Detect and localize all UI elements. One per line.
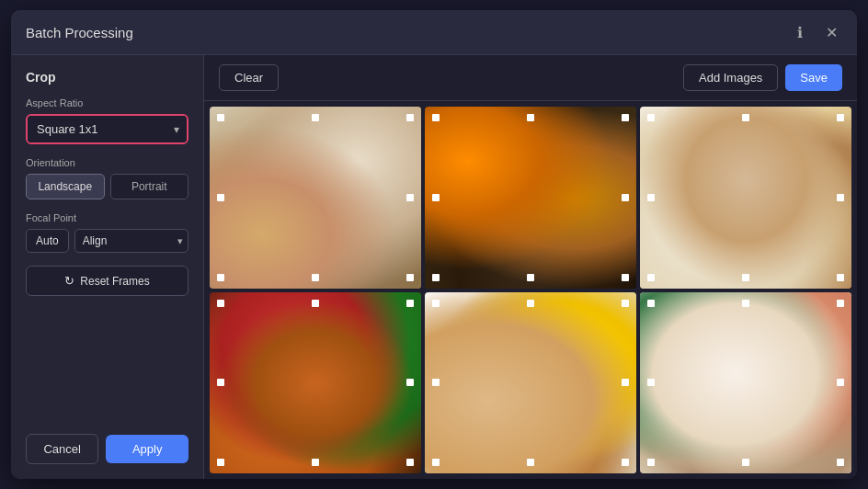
apply-button[interactable]: Apply <box>106 435 188 463</box>
title-bar-actions: ℹ ✕ <box>789 21 842 43</box>
action-row: Cancel Apply <box>26 434 188 464</box>
focal-auto-button[interactable]: Auto <box>26 229 69 253</box>
focal-point-group: Focal Point Auto Align Center Top Bottom… <box>26 212 188 253</box>
image-cell-2[interactable] <box>425 107 636 289</box>
image-cell-6[interactable] <box>640 292 851 474</box>
close-icon: ✕ <box>826 24 838 41</box>
reset-icon: ↻ <box>64 274 74 288</box>
image-cell-3[interactable] <box>640 107 851 289</box>
focal-point-row: Auto Align Center Top Bottom Left Right … <box>26 229 188 253</box>
save-button[interactable]: Save <box>785 64 842 91</box>
section-title: Crop <box>26 70 188 85</box>
spacer <box>26 309 188 421</box>
orientation-buttons: Landscape Portrait <box>26 174 188 199</box>
reset-frames-button[interactable]: ↻ Reset Frames <box>26 266 188 296</box>
food-image-3 <box>640 107 851 289</box>
focal-align-wrapper: Align Center Top Bottom Left Right ▾ <box>74 229 188 253</box>
food-image-1 <box>210 107 421 289</box>
clear-button[interactable]: Clear <box>219 64 279 91</box>
dialog-title: Batch Processing <box>26 25 133 40</box>
image-cell-1[interactable] <box>210 107 421 289</box>
aspect-ratio-select[interactable]: Square 1x1 Original 16:9 4:3 3:2 Custom <box>28 116 187 142</box>
focal-point-label: Focal Point <box>26 212 188 223</box>
landscape-button[interactable]: Landscape <box>26 174 105 199</box>
orientation-group: Orientation Landscape Portrait <box>26 157 188 199</box>
aspect-ratio-label: Aspect Ratio <box>26 97 188 108</box>
reset-frames-label: Reset Frames <box>80 275 149 288</box>
orientation-label: Orientation <box>26 157 188 168</box>
batch-processing-dialog: Batch Processing ℹ ✕ Crop Aspect Ratio S… <box>11 10 857 479</box>
food-image-5 <box>425 292 636 474</box>
add-images-button[interactable]: Add Images <box>683 64 778 91</box>
info-icon: ℹ <box>797 24 803 41</box>
food-image-6 <box>640 292 851 474</box>
food-image-2 <box>425 107 636 289</box>
left-panel: Crop Aspect Ratio Square 1x1 Original 16… <box>11 55 204 479</box>
aspect-ratio-select-wrapper: Square 1x1 Original 16:9 4:3 3:2 Custom … <box>26 114 188 144</box>
cancel-button[interactable]: Cancel <box>26 434 98 464</box>
portrait-button[interactable]: Portrait <box>110 174 189 199</box>
image-cell-4[interactable] <box>210 292 421 474</box>
title-bar: Batch Processing ℹ ✕ <box>11 10 857 55</box>
aspect-ratio-group: Aspect Ratio Square 1x1 Original 16:9 4:… <box>26 97 188 144</box>
food-image-4 <box>210 292 421 474</box>
right-toolbar: Clear Add Images Save <box>204 55 857 101</box>
focal-align-select[interactable]: Align Center Top Bottom Left Right <box>74 229 188 253</box>
right-panel: Clear Add Images Save <box>204 55 857 479</box>
toolbar-right: Add Images Save <box>683 64 842 91</box>
aspect-ratio-select-container: Square 1x1 Original 16:9 4:3 3:2 Custom … <box>28 116 187 142</box>
image-cell-5[interactable] <box>425 292 636 474</box>
image-grid <box>204 101 857 479</box>
toolbar-left: Clear <box>219 64 279 91</box>
dialog-content: Crop Aspect Ratio Square 1x1 Original 16… <box>11 55 857 479</box>
close-button[interactable]: ✕ <box>820 21 842 43</box>
info-button[interactable]: ℹ <box>789 21 811 43</box>
